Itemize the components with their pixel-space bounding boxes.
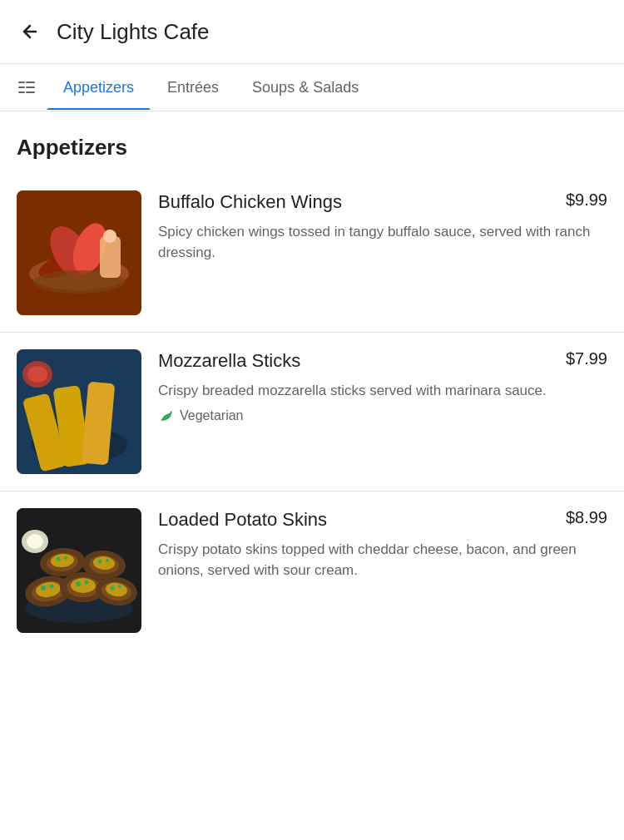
svg-point-24 (27, 366, 47, 383)
header: City Lights Cafe (0, 0, 624, 64)
item-image-mozzarella-sticks (17, 349, 141, 474)
item-header-buffalo: Buffalo Chicken Wings $9.99 (158, 190, 607, 215)
item-name-buffalo: Buffalo Chicken Wings (158, 190, 556, 215)
tabs-container: Appetizers Entrées Soups & Salads (47, 66, 375, 110)
item-image-loaded-potato-skins (17, 508, 141, 633)
list-icon (17, 77, 37, 97)
menu-item-mozzarella-sticks[interactable]: Mozzarella Sticks $7.99 Crispy breaded m… (0, 333, 624, 492)
svg-point-51 (106, 559, 109, 562)
svg-point-34 (71, 578, 96, 593)
mozzarella-svg-art (17, 349, 141, 474)
svg-point-46 (64, 556, 67, 560)
back-arrow-icon (20, 22, 40, 42)
menu-list: Buffalo Chicken Wings $9.99 Spicy chicke… (0, 174, 624, 650)
menu-item-buffalo-chicken-wings[interactable]: Buffalo Chicken Wings $9.99 Spicy chicke… (0, 174, 624, 333)
vegetarian-label: Vegetarian (180, 408, 244, 423)
svg-point-40 (111, 586, 115, 590)
item-name-mozzarella: Mozzarella Sticks (158, 349, 556, 373)
item-content-mozzarella-sticks: Mozzarella Sticks $7.99 Crispy breaded m… (158, 349, 607, 424)
item-name-potato: Loaded Potato Skins (158, 508, 556, 532)
tab-bar: Appetizers Entrées Soups & Salads (0, 64, 624, 111)
tab-appetizers[interactable]: Appetizers (47, 66, 151, 110)
svg-point-35 (76, 581, 81, 586)
item-header-potato: Loaded Potato Skins $8.99 (158, 508, 607, 532)
item-content-loaded-potato-skins: Loaded Potato Skins $8.99 Crispy potato … (158, 508, 607, 588)
back-button[interactable] (13, 15, 47, 48)
svg-point-31 (50, 585, 54, 589)
item-image-buffalo-chicken-wings (17, 190, 141, 315)
item-price-mozzarella: $7.99 (566, 349, 607, 368)
svg-point-45 (57, 557, 61, 561)
item-content-buffalo-chicken-wings: Buffalo Chicken Wings $9.99 Spicy chicke… (158, 190, 607, 270)
tab-soups-salads[interactable]: Soups & Salads (235, 66, 375, 110)
item-description-buffalo: Spicy chicken wings tossed in tangy buff… (158, 221, 607, 264)
svg-point-36 (85, 581, 89, 585)
leaf-icon (158, 408, 175, 424)
wings-svg-art (17, 190, 141, 315)
tab-entrees[interactable]: Entrées (151, 66, 235, 110)
item-header-mozzarella: Mozzarella Sticks $7.99 (158, 349, 607, 373)
svg-point-14 (103, 230, 116, 243)
svg-point-30 (41, 586, 46, 590)
vegetarian-badge: Vegetarian (158, 408, 607, 424)
menu-item-loaded-potato-skins[interactable]: Loaded Potato Skins $8.99 Crispy potato … (0, 492, 624, 650)
section-heading: Appetizers (0, 111, 624, 174)
item-price-buffalo: $9.99 (566, 190, 607, 210)
item-price-potato: $8.99 (566, 508, 607, 527)
svg-point-41 (118, 585, 121, 588)
svg-point-53 (27, 534, 43, 549)
item-description-mozzarella: Crispy breaded mozzarella sticks served … (158, 380, 607, 402)
item-description-potato: Crispy potato skins topped with cheddar … (158, 539, 607, 581)
potato-svg-art (17, 508, 141, 633)
menu-list-icon-button[interactable] (7, 64, 47, 111)
svg-point-50 (98, 560, 102, 564)
page-title: City Lights Cafe (57, 19, 210, 45)
